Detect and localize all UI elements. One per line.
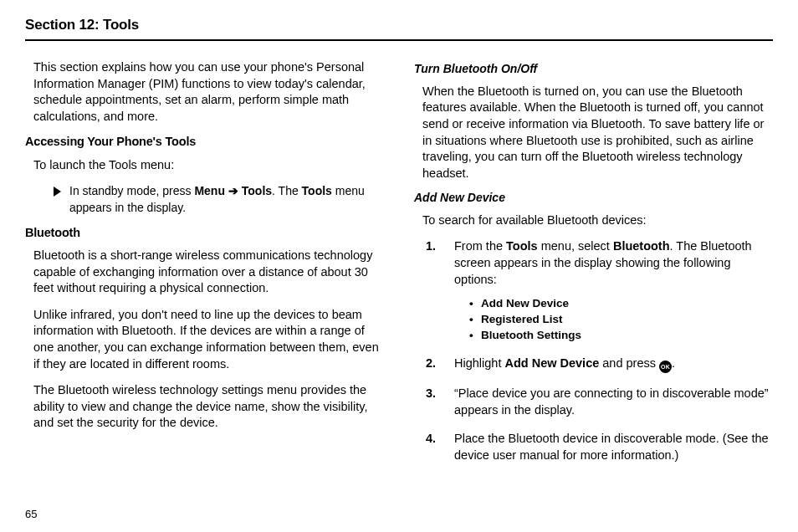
intro-paragraph: This section explains how you can use yo… — [25, 59, 384, 125]
column-right: Turn Bluetooth On/Off When the Bluetooth… — [414, 59, 773, 475]
tools-bold: Tools — [506, 239, 538, 253]
step-3: “Place device you are connecting to in d… — [426, 385, 773, 418]
heading-bluetooth: Bluetooth — [25, 225, 384, 242]
tools-bold2: Tools — [302, 184, 332, 197]
text: and press — [599, 356, 659, 370]
page-number: 65 — [25, 508, 37, 520]
arrow-icon: ➔ — [228, 183, 238, 200]
bluetooth-bold: Bluetooth — [613, 239, 670, 253]
text: In standby mode, press — [69, 184, 194, 197]
heading-add-device: Add New Device — [414, 190, 773, 206]
onoff-paragraph: When the Bluetooth is turned on, you can… — [422, 84, 773, 182]
add-bold: Add New Device — [504, 356, 599, 370]
bt-paragraph-2: Unlike infrared, you don't need to line … — [33, 307, 384, 372]
section-title: Section 12: Tools — [25, 17, 773, 41]
heading-accessing-tools: Accessing Your Phone's Tools — [25, 134, 384, 151]
menu-bold: Menu — [194, 184, 225, 197]
numbered-steps: From the Tools menu, select Bluetooth. T… — [414, 238, 773, 464]
bt-paragraph-3: The Bluetooth wireless technology settin… — [33, 382, 384, 432]
option-registered: Registered List — [469, 312, 773, 327]
text: . The — [272, 184, 302, 197]
triangle-bullet-icon — [54, 187, 61, 197]
step-standby: In standby mode, press Menu ➔ Tools. The… — [25, 183, 384, 216]
text: menu, select — [538, 239, 613, 253]
column-left: This section explains how you can use yo… — [25, 59, 384, 475]
bt-paragraph-1: Bluetooth is a short-range wireless comm… — [33, 248, 384, 297]
text: Highlight — [454, 356, 504, 370]
step-standby-text: In standby mode, press Menu ➔ Tools. The… — [69, 183, 384, 216]
heading-turn-onoff: Turn Bluetooth On/Off — [414, 61, 773, 77]
step-4: Place the Bluetooth device in discoverab… — [426, 430, 773, 463]
option-add-new: Add New Device — [469, 296, 773, 311]
add-intro: To search for available Bluetooth device… — [422, 212, 773, 229]
content-columns: This section explains how you can use yo… — [25, 59, 773, 475]
text: From the — [454, 239, 506, 253]
launch-intro: To launch the Tools menu: — [33, 157, 384, 174]
option-settings: Bluetooth Settings — [469, 328, 773, 343]
step-1: From the Tools menu, select Bluetooth. T… — [426, 238, 773, 344]
step-2: Highlight Add New Device and press OK. — [426, 355, 773, 373]
options-list: Add New Device Registered List Bluetooth… — [454, 296, 773, 344]
tools-bold: Tools — [242, 184, 272, 197]
ok-icon: OK — [659, 361, 672, 373]
text: . — [672, 356, 675, 370]
